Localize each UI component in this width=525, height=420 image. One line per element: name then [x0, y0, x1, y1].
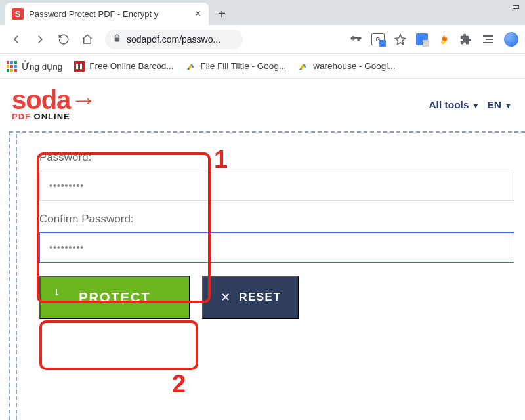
- annotation-number-1: 1: [214, 146, 228, 174]
- bookmark-drive-1[interactable]: File Fill Tiltle - Goog...: [186, 61, 287, 71]
- password-key-icon[interactable]: [349, 33, 362, 46]
- url-text: sodapdf.com/passwo...: [127, 34, 220, 45]
- bookmark-star-icon[interactable]: [394, 33, 407, 46]
- tab-close-icon[interactable]: ×: [195, 8, 201, 20]
- google-drive-icon: [298, 62, 308, 71]
- download-arrow-icon: ↓: [54, 285, 61, 299]
- nav-language[interactable]: EN ▼: [488, 99, 513, 111]
- upload-content-area: Password: Confirm Password: ↓ PROTECT ✕ …: [9, 131, 525, 420]
- tab-favicon: S: [12, 8, 24, 20]
- nav-all-tools[interactable]: All tools ▼: [429, 99, 479, 111]
- home-button[interactable]: [77, 30, 97, 49]
- bookmarks-bar: Ứng dụng Free Online Barcod... File Fill…: [0, 54, 525, 79]
- browser-tab-strip: S Password Protect PDF - Encrypt y × + ▭: [0, 0, 525, 25]
- fire-ext-icon[interactable]: [437, 33, 450, 46]
- site-logo[interactable]: soda→ PDF ONLINE: [12, 88, 96, 121]
- translate-page-icon[interactable]: G: [371, 33, 385, 45]
- logo-arrow-icon: →: [70, 85, 96, 114]
- extensions-icon[interactable]: [459, 33, 472, 46]
- chevron-down-icon: ▼: [471, 102, 480, 110]
- dashed-divider: [16, 134, 17, 420]
- logo-sub-pdf: PDF: [12, 112, 31, 121]
- site-header: soda→ PDF ONLINE All tools ▼ EN ▼: [0, 79, 525, 127]
- bookmark-label: Ứng dụng: [22, 61, 62, 72]
- confirm-password-group: Confirm Password:: [39, 213, 514, 262]
- annotation-number-2: 2: [172, 370, 186, 398]
- bookmark-barcode[interactable]: Free Online Barcod...: [74, 61, 173, 72]
- reload-button[interactable]: [54, 30, 74, 49]
- logo-word: soda: [12, 85, 70, 114]
- reset-button[interactable]: ✕ RESET: [202, 276, 299, 319]
- chevron-down-icon: ▼: [503, 102, 512, 110]
- profile-avatar[interactable]: [504, 32, 518, 47]
- lock-icon: [113, 33, 121, 45]
- bookmark-drive-2[interactable]: warehouse - Googl...: [298, 61, 395, 71]
- password-label: Password:: [39, 151, 514, 164]
- window-maximize-icon[interactable]: ▭: [512, 1, 520, 11]
- protect-button-label: PROTECT: [79, 290, 151, 305]
- page-root: soda→ PDF ONLINE All tools ▼ EN ▼ Passwo…: [0, 79, 525, 420]
- bookmark-apps[interactable]: Ứng dụng: [7, 61, 62, 72]
- bookmark-label: Free Online Barcod...: [89, 61, 173, 71]
- tab-title: Password Protect PDF - Encrypt y: [29, 9, 190, 19]
- bookmark-label: File Fill Tiltle - Goog...: [201, 61, 287, 71]
- window-controls: ▭: [512, 0, 520, 11]
- forward-button[interactable]: [30, 30, 50, 49]
- confirm-password-input[interactable]: [39, 232, 514, 262]
- browser-toolbar: sodapdf.com/passwo... G: [0, 25, 525, 54]
- google-drive-icon: [186, 62, 196, 71]
- logo-sub-online: ONLINE: [31, 112, 70, 121]
- reset-button-label: RESET: [239, 291, 281, 304]
- password-input[interactable]: [39, 171, 514, 201]
- action-buttons: ↓ PROTECT ✕ RESET: [39, 276, 514, 319]
- confirm-password-label: Confirm Password:: [39, 213, 514, 226]
- protect-button[interactable]: ↓ PROTECT: [39, 276, 190, 319]
- back-button[interactable]: [7, 30, 26, 49]
- address-bar[interactable]: sodapdf.com/passwo...: [105, 30, 243, 49]
- google-translate-ext-icon[interactable]: [416, 33, 428, 45]
- apps-grid-icon: [7, 61, 17, 72]
- site-nav: All tools ▼ EN ▼: [429, 99, 512, 111]
- close-icon: ✕: [220, 290, 232, 304]
- reading-list-icon[interactable]: [482, 33, 495, 46]
- password-group: Password:: [39, 151, 514, 201]
- barcode-icon: [74, 61, 85, 72]
- bookmark-label: warehouse - Googl...: [313, 61, 395, 71]
- browser-tab[interactable]: S Password Protect PDF - Encrypt y ×: [5, 3, 209, 25]
- new-tab-button[interactable]: +: [213, 5, 231, 23]
